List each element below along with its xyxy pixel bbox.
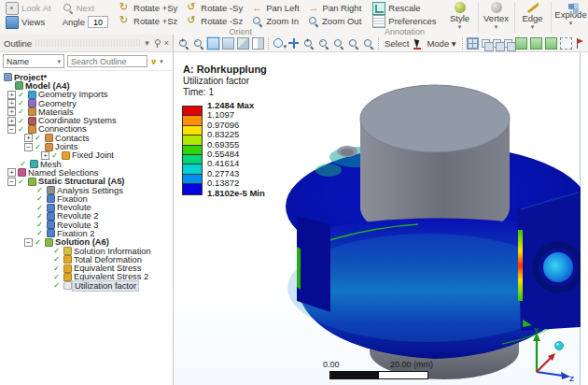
rotate-minus-sz-button[interactable]: Rotate -Sz xyxy=(187,15,243,27)
wireframe-icon[interactable] xyxy=(560,37,572,50)
tree-item-contacts[interactable]: +✓Contacts xyxy=(0,134,173,142)
left-flange[interactable] xyxy=(297,216,330,312)
rotate-plus-sz-button[interactable]: Rotate +Sz xyxy=(119,15,177,27)
legend-band-0 xyxy=(183,107,202,116)
rotate-minus-sy-button[interactable]: Rotate -Sy xyxy=(187,2,243,14)
expand-icon[interactable]: + xyxy=(24,134,33,142)
preferences-button[interactable]: Preferences xyxy=(372,15,436,27)
collapse-icon[interactable]: − xyxy=(24,143,33,151)
box-zoom-out-icon[interactable]: - xyxy=(192,37,204,50)
tree-item-joints[interactable]: −✓Joints xyxy=(0,142,173,150)
geometry-icon xyxy=(28,99,36,107)
expand-icon[interactable]: + xyxy=(7,91,16,99)
panel-menu-icon[interactable]: ▾ xyxy=(145,38,149,48)
zoom-in-button[interactable]: Zoom In xyxy=(252,15,299,27)
collapse-icon[interactable]: − xyxy=(24,238,33,247)
tree-item-connections[interactable]: −✓Connections xyxy=(0,125,173,134)
pan-icon[interactable] xyxy=(287,37,300,50)
result-icon xyxy=(63,264,72,273)
search-outline-input[interactable] xyxy=(67,55,147,67)
expand-icon[interactable]: + xyxy=(41,151,49,160)
tree-item-mesh[interactable]: ✓Mesh xyxy=(0,160,173,168)
tree-item-solution-information[interactable]: ✓Solution Information xyxy=(0,247,173,255)
style-button[interactable]: Style▾ xyxy=(442,0,478,35)
outline-panel-header[interactable]: Outline ▾ × xyxy=(0,35,173,52)
expand-icon[interactable]: + xyxy=(7,117,16,125)
expand-icon[interactable]: + xyxy=(7,107,16,116)
multibody-filter-icon[interactable] xyxy=(530,37,542,50)
zoom-box-icon[interactable] xyxy=(347,37,359,50)
selection-info-icon[interactable] xyxy=(467,37,479,50)
ruler-max-label: 20.00 (mm) xyxy=(390,360,433,369)
select-cursor-icon[interactable] xyxy=(413,37,422,50)
angle-input[interactable] xyxy=(88,16,108,28)
rescale-icon xyxy=(372,2,385,15)
pan-right-icon xyxy=(309,3,320,14)
tree-item-utilization-factor[interactable]: ✓Utilization factor xyxy=(0,281,173,290)
analysis-title: A: Rohrkupplung xyxy=(183,64,267,75)
edge-button[interactable]: Edge▾ xyxy=(515,0,551,35)
tree-item-geometry-imports[interactable]: +✓Geometry Imports xyxy=(0,91,173,99)
geometry-viewport[interactable]: A: Rohrkupplung Utilization factor Time:… xyxy=(174,52,581,385)
select-label[interactable]: Select xyxy=(385,38,409,49)
tree-item-model-a4[interactable]: Model (A4) xyxy=(0,81,173,90)
tree-item-project[interactable]: Project* xyxy=(0,73,173,81)
tree-item-fixation[interactable]: ✓Fixation xyxy=(0,194,173,203)
shaded-exterior-icon[interactable] xyxy=(222,37,234,50)
revolute-icon xyxy=(47,212,55,221)
face-filter-icon[interactable] xyxy=(504,39,512,48)
viewport-split-icon[interactable] xyxy=(252,37,264,50)
collapse-icon[interactable]: − xyxy=(7,178,16,186)
shaded-exterior-edges-icon[interactable] xyxy=(207,37,219,50)
collapse-icon[interactable]: − xyxy=(7,125,16,134)
look-at-button[interactable]: Look At xyxy=(6,2,51,14)
box-zoom-in-icon[interactable]: + xyxy=(177,37,189,50)
expand-all-icon[interactable]: ∨ xyxy=(150,57,157,66)
node-filter-icon[interactable] xyxy=(545,37,557,50)
bolt-hole[interactable] xyxy=(543,252,573,282)
explode-button[interactable]: Explode▾ xyxy=(552,0,588,35)
next-button[interactable]: Next xyxy=(63,2,108,14)
pan-left-button[interactable]: Pan Left xyxy=(252,2,299,14)
orbit-rotate-icon[interactable] xyxy=(273,37,285,50)
body-filter-icon[interactable] xyxy=(515,37,527,50)
rescale-button[interactable]: Rescale xyxy=(372,2,436,14)
close-icon[interactable]: × xyxy=(164,38,169,48)
views-button[interactable]: Views xyxy=(6,16,51,28)
tree-item-named-selections[interactable]: +Named Selections xyxy=(0,168,173,177)
filter-options-icon[interactable]: ▾ xyxy=(160,59,163,64)
tree-item-total-deformation[interactable]: ✓Total Deformation xyxy=(0,255,173,264)
zoom-out-icon[interactable]: - xyxy=(317,37,329,50)
tree-item-revolute-2[interactable]: ✓Revolute 2 xyxy=(0,212,173,221)
zoom-in-icon[interactable]: + xyxy=(302,37,315,50)
legend-band-1 xyxy=(183,116,202,125)
zoom-fit-icon[interactable] xyxy=(332,37,344,50)
tree-item-fixation-2[interactable]: ✓Fixation 2 xyxy=(0,229,173,237)
tree-item-coordinate-systems[interactable]: +✓Coordinate Systems xyxy=(0,116,173,124)
rotate-plus-sy-button[interactable]: Rotate +Sy xyxy=(119,2,177,14)
zoom-out-button[interactable]: Zoom Out xyxy=(308,15,361,27)
tree-item-solution-a6[interactable]: −✓Solution (A6) xyxy=(0,238,173,247)
tree-item-static-structural-a5[interactable]: −✓Static Structural (A5) xyxy=(0,178,173,186)
tree-item-analysis-settings[interactable]: ✓Analysis Settings xyxy=(0,186,173,194)
tree-item-materials[interactable]: +✓Materials xyxy=(0,107,173,116)
mode-label[interactable]: Mode ▾ xyxy=(427,38,455,49)
tree-item-revolute-3[interactable]: ✓Revolute 3 xyxy=(0,221,173,229)
zoom-previous-icon[interactable] xyxy=(362,37,374,50)
filter-field-select[interactable]: Name▾ xyxy=(3,54,64,68)
edge-filter-icon[interactable] xyxy=(493,39,501,48)
expand-icon[interactable]: + xyxy=(7,99,16,107)
tree-item-equivalent-stress[interactable]: ✓Equivalent Stress xyxy=(0,264,173,273)
check-icon: ✓ xyxy=(18,178,26,186)
rotate-model-icon[interactable] xyxy=(237,37,249,50)
tree-item-geometry[interactable]: +✓Geometry xyxy=(0,99,173,107)
expand-icon[interactable]: + xyxy=(7,168,16,177)
pin-icon[interactable] xyxy=(153,38,161,48)
annotation-flag-icon[interactable] xyxy=(575,37,587,50)
tree-item-revolute[interactable]: ✓Revolute xyxy=(0,203,173,211)
vertex-button[interactable]: Vertex▾ xyxy=(479,0,514,35)
vertex-filter-icon[interactable] xyxy=(482,39,490,48)
orientation-triad[interactable]: Y Z xyxy=(516,325,576,383)
pan-right-button[interactable]: Pan Right xyxy=(309,2,362,14)
iso-ball-icon[interactable] xyxy=(555,342,564,350)
